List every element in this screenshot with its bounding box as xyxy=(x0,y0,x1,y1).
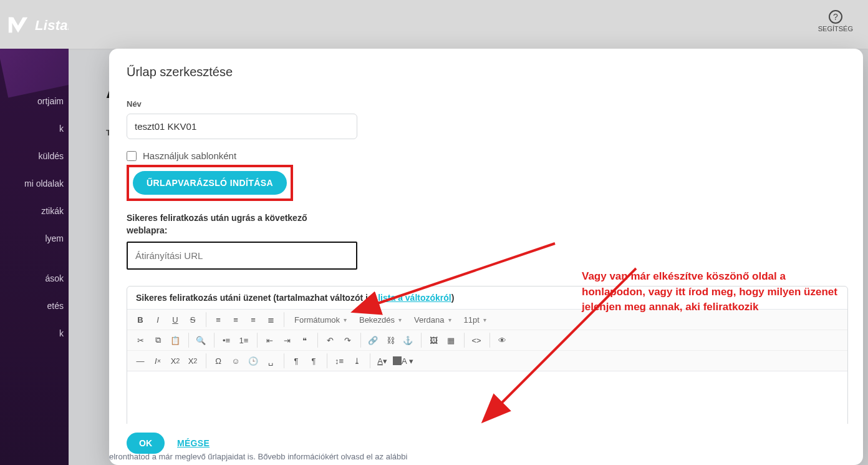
modal-body[interactable]: Név Használjuk sablonként ŰRLAPVARÁZSLÓ … xyxy=(109,86,863,424)
template-checkbox-label: Használjuk sablonként xyxy=(143,150,236,161)
name-field-label: Név xyxy=(127,99,848,109)
cut-icon[interactable]: ✂ xyxy=(132,333,148,348)
annotation-highlight-box: ŰRLAPVARÁZSLÓ INDÍTÁSA xyxy=(127,165,293,201)
brand: ListaMester xyxy=(6,14,69,37)
form-wizard-start-button[interactable]: ŰRLAPVARÁZSLÓ INDÍTÁSA xyxy=(133,171,287,195)
sidebar-item[interactable]: ások xyxy=(0,265,69,292)
align-justify-icon[interactable]: ≣ xyxy=(263,312,279,327)
align-right-icon[interactable]: ≡ xyxy=(245,312,261,327)
editor-heading-prefix: Sikeres feliratkozás utáni üzenet (tarta… xyxy=(136,293,378,303)
hr-icon[interactable]: — xyxy=(132,353,148,368)
sidebar-item[interactable]: lyem xyxy=(0,225,69,252)
brand-logo-icon xyxy=(6,14,30,37)
annotation-text: Vagy van már elkészítve köszönő oldal a … xyxy=(582,269,844,315)
svg-rect-0 xyxy=(9,17,12,33)
template-checkbox[interactable] xyxy=(127,151,137,161)
modal-title: Űrlap szerkesztése xyxy=(109,49,863,86)
source-code-icon[interactable]: <> xyxy=(468,333,485,348)
editor-content-area[interactable] xyxy=(127,371,847,424)
find-replace-icon[interactable]: 🔍 xyxy=(193,333,209,348)
link-icon[interactable]: 🔗 xyxy=(365,333,381,348)
sidebar-item[interactable]: ztikák xyxy=(0,197,69,225)
rtl-icon[interactable]: ¶ xyxy=(306,353,322,368)
variables-list-link[interactable]: lista a változókról xyxy=(378,293,451,303)
datetime-icon[interactable]: 🕒 xyxy=(245,353,261,368)
underline-icon[interactable]: U xyxy=(167,312,183,327)
fontsize-select[interactable]: 11pt xyxy=(458,312,491,327)
strikethrough-icon[interactable]: S xyxy=(185,312,201,327)
bg-color-icon[interactable]: A ▾ xyxy=(392,353,413,368)
sidebar-item[interactable]: etés xyxy=(0,292,69,320)
subscript-icon[interactable]: X2 xyxy=(167,353,183,368)
lineheight-icon[interactable]: ↕≡ xyxy=(331,353,347,368)
anchor-icon[interactable]: ⚓ xyxy=(400,333,416,348)
paste-icon[interactable]: 📋 xyxy=(167,333,183,348)
editor-toolbar: B I U S ≡ ≡ ≡ ≣ Formátumok Bekezdés xyxy=(127,309,847,371)
redirect-url-input[interactable] xyxy=(127,242,357,270)
sidebar-item[interactable]: küldés xyxy=(0,142,69,170)
cancel-button[interactable]: MÉGSE xyxy=(177,438,210,448)
font-select[interactable]: Verdana xyxy=(408,312,456,327)
ok-button[interactable]: OK xyxy=(127,433,165,454)
clear-format-icon[interactable]: I× xyxy=(150,353,166,368)
indent-icon[interactable]: ⇥ xyxy=(279,333,295,348)
sidebar-item[interactable]: mi oldalak xyxy=(0,170,69,197)
table-icon[interactable]: ▦ xyxy=(443,333,459,348)
undo-icon[interactable]: ↶ xyxy=(322,333,338,348)
emoticon-icon[interactable]: ☺ xyxy=(228,353,244,368)
form-edit-modal: Űrlap szerkesztése Név Használjuk sablon… xyxy=(109,49,863,465)
redirect-label: Sikeres feliratkozás után ugrás a követk… xyxy=(127,212,326,237)
preview-icon[interactable]: 👁 xyxy=(494,333,510,348)
bullet-list-icon[interactable]: •≡ xyxy=(218,333,234,348)
pagebreak-icon[interactable]: ⤓ xyxy=(349,353,365,368)
paragraph-select[interactable]: Bekezdés xyxy=(353,312,407,327)
editor-heading-suffix: ) xyxy=(451,293,455,303)
sidebar-item[interactable]: ortjaim xyxy=(0,87,69,115)
image-icon[interactable]: 🖼 xyxy=(425,333,441,348)
numbered-list-icon[interactable]: 1≡ xyxy=(236,333,252,348)
unlink-icon[interactable]: ⛓ xyxy=(382,333,398,348)
ltr-icon[interactable]: ¶ xyxy=(288,353,304,368)
text-color-icon[interactable]: A ▾ xyxy=(374,353,390,368)
formats-select[interactable]: Formátumok xyxy=(288,312,352,327)
italic-icon[interactable]: I xyxy=(150,312,166,327)
align-center-icon[interactable]: ≡ xyxy=(228,312,244,327)
special-char-icon[interactable]: Ω xyxy=(210,353,226,368)
copy-icon[interactable]: ⧉ xyxy=(150,333,166,348)
template-checkbox-row[interactable]: Használjuk sablonként xyxy=(127,150,848,161)
name-input[interactable] xyxy=(127,114,357,139)
bold-icon[interactable]: B xyxy=(132,312,148,327)
sidebar-item[interactable]: k xyxy=(0,115,69,142)
brand-name: ListaMester xyxy=(35,17,69,34)
blockquote-icon[interactable]: ❝ xyxy=(296,333,312,348)
background-partial-text: elronthatod a már meglevő űrlapjaidat is… xyxy=(109,452,407,461)
align-left-icon[interactable]: ≡ xyxy=(210,312,226,327)
nbsp-icon[interactable]: ␣ xyxy=(263,353,279,368)
sidebar-item[interactable]: k xyxy=(0,320,69,347)
outdent-icon[interactable]: ⇤ xyxy=(261,333,277,348)
redo-icon[interactable]: ↷ xyxy=(339,333,355,348)
superscript-icon[interactable]: X2 xyxy=(185,353,201,368)
